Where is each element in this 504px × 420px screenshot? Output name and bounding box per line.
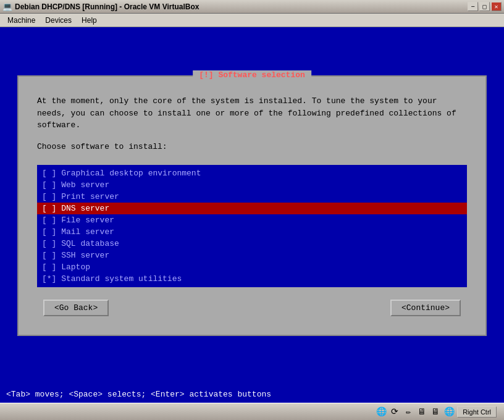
list-item-web-server[interactable]: [ ] Web server	[37, 179, 467, 191]
list-item-print-server[interactable]: [ ] Print server	[37, 191, 467, 203]
dialog-buttons: <Go Back> <Continue>	[37, 300, 467, 316]
menu-bar: Machine Devices Help	[0, 14, 504, 27]
taskbar-icon-globe[interactable]: 🌐	[376, 406, 387, 418]
taskbar-icon-edit[interactable]: ✏	[403, 406, 414, 418]
status-text: <Tab> moves; <Space> selects; <Enter> ac…	[6, 390, 271, 399]
list-item-graphical-desktop[interactable]: [ ] Graphical desktop environment	[37, 167, 467, 179]
list-item-dns-server[interactable]: [ ] DNS server	[37, 203, 467, 214]
menu-help[interactable]: Help	[77, 15, 102, 26]
software-selection-dialog: [!] Software selection At the moment, on…	[17, 75, 487, 336]
software-list: [ ] Graphical desktop environment [ ] We…	[37, 165, 467, 287]
taskbar-icon-screen1[interactable]: 🖥	[416, 406, 427, 418]
app-icon: 💻	[2, 2, 12, 12]
window-controls: − □ ✕	[468, 2, 502, 11]
right-ctrl-label: Right Ctrl	[457, 406, 497, 418]
list-item-ssh-server[interactable]: [ ] SSH server	[37, 250, 467, 261]
taskbar-icon-refresh[interactable]: ⟳	[389, 406, 400, 418]
dialog-description: At the moment, only the core of the syst…	[37, 95, 467, 153]
main-content: [!] Software selection At the moment, on…	[0, 27, 504, 384]
maximize-button[interactable]: □	[479, 2, 490, 11]
minimize-button[interactable]: −	[468, 2, 478, 11]
description-line3: software.	[37, 120, 80, 130]
menu-machine[interactable]: Machine	[2, 15, 40, 26]
description-line2: needs, you can choose to install one or …	[37, 109, 456, 118]
taskbar: 🌐 ⟳ ✏ 🖥 🖥 🌐 Right Ctrl	[0, 403, 504, 420]
list-item-file-server[interactable]: [ ] File server	[37, 214, 467, 226]
list-item-standard-utilities[interactable]: [*] Standard system utilities	[37, 273, 467, 285]
list-item-mail-server[interactable]: [ ] Mail server	[37, 226, 467, 238]
choose-label: Choose software to install:	[37, 141, 467, 153]
taskbar-icon-screen2[interactable]: 🖥	[430, 406, 441, 418]
dialog-title: [!] Software selection	[193, 70, 311, 80]
taskbar-icons: 🌐 ⟳ ✏ 🖥 🖥 🌐 Right Ctrl	[376, 406, 502, 418]
menu-devices[interactable]: Devices	[40, 15, 77, 26]
close-button[interactable]: ✕	[491, 2, 502, 11]
title-bar: 💻 Debian DHCP/DNS [Running] - Oracle VM …	[0, 0, 504, 14]
list-item-laptop[interactable]: [ ] Laptop	[37, 261, 467, 273]
continue-button[interactable]: <Continue>	[390, 300, 461, 316]
list-item-sql-database[interactable]: [ ] SQL database	[37, 238, 467, 250]
status-bar: <Tab> moves; <Space> selects; <Enter> ac…	[0, 385, 504, 403]
taskbar-icon-network[interactable]: 🌐	[443, 406, 455, 418]
go-back-button[interactable]: <Go Back>	[43, 300, 109, 316]
description-line1: At the moment, only the core of the syst…	[37, 96, 437, 106]
window-title: Debian DHCP/DNS [Running] - Oracle VM Vi…	[15, 2, 468, 11]
